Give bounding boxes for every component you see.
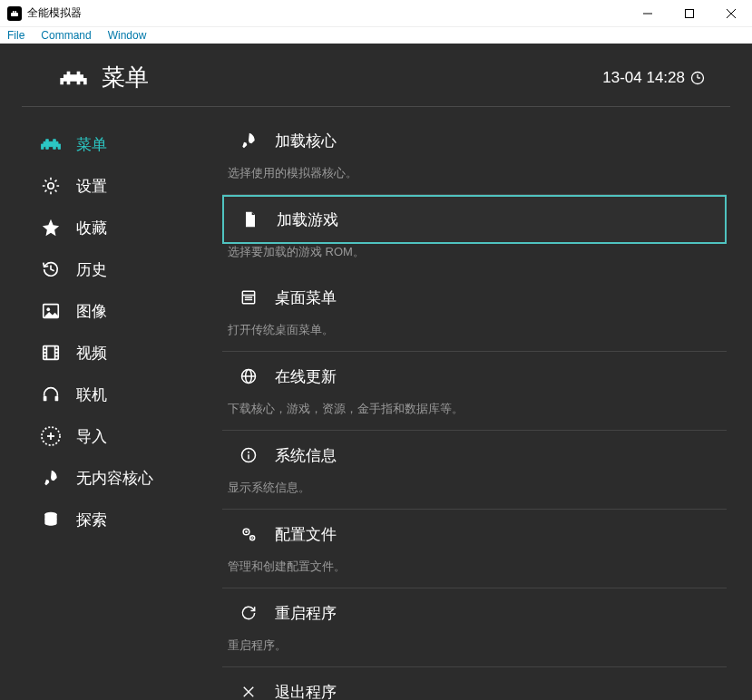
main-item-button[interactable]: 配置文件: [222, 510, 727, 559]
window-icon: [239, 287, 259, 307]
svg-rect-2: [15, 11, 17, 13]
main-item-label: 退出程序: [275, 682, 337, 701]
sidebar-item-3[interactable]: 历史: [40, 248, 213, 290]
svg-rect-23: [55, 396, 59, 402]
file-icon: [240, 209, 260, 229]
clock: 13-04 14:28: [602, 69, 705, 87]
sidebar-item-2[interactable]: 收藏: [40, 207, 213, 248]
info-icon: [239, 445, 259, 465]
film-icon: [40, 342, 62, 364]
app-icon: [7, 6, 22, 21]
maximize-button[interactable]: [669, 0, 710, 27]
svg-point-41: [251, 537, 253, 539]
sidebar-item-label: 历史: [76, 259, 107, 280]
main-item-button[interactable]: 重启程序: [222, 588, 727, 637]
main-item-6: 重启程序重启程序。: [222, 588, 727, 667]
sidebar-item-label: 视频: [76, 343, 107, 364]
sidebar: 菜单设置收藏历史图像视频联机导入无内容核心探索: [0, 107, 213, 700]
page-header: 菜单 13-04 14:28: [22, 44, 730, 107]
plus-icon: [40, 425, 62, 447]
sidebar-item-label: 导入: [76, 426, 107, 447]
invader-icon: [58, 67, 89, 89]
svg-point-10: [48, 183, 54, 189]
window-title: 全能模拟器: [27, 5, 82, 21]
main-item-desc: 管理和创建配置文件。: [222, 559, 727, 588]
svg-point-12: [46, 307, 50, 311]
close-window-button[interactable]: [710, 0, 752, 27]
sidebar-item-8[interactable]: 无内容核心: [40, 457, 213, 499]
menu-file[interactable]: File: [4, 27, 28, 44]
main-item-4: 系统信息显示系统信息。: [222, 431, 727, 510]
svg-point-36: [248, 452, 249, 453]
main-item-desc: 选择要加载的游戏 ROM。: [222, 244, 727, 273]
main-item-label: 加载游戏: [277, 209, 338, 230]
svg-rect-1: [13, 11, 15, 13]
main-item-button[interactable]: 加载核心: [222, 116, 727, 165]
invader-icon: [40, 133, 62, 155]
minimize-button[interactable]: [627, 0, 669, 27]
sidebar-item-label: 收藏: [76, 218, 107, 238]
menu-command[interactable]: Command: [37, 27, 94, 44]
main-item-button[interactable]: 系统信息: [222, 431, 727, 480]
sidebar-item-1[interactable]: 设置: [40, 165, 213, 207]
menu-window[interactable]: Window: [104, 27, 151, 44]
main-item-5: 配置文件管理和创建配置文件。: [222, 510, 727, 588]
main-item-desc: 显示系统信息。: [222, 480, 727, 509]
main-item-desc: 打开传统桌面菜单。: [222, 322, 727, 351]
star-icon: [40, 217, 62, 238]
main-item-button[interactable]: 加载游戏: [222, 195, 727, 244]
close-icon: [239, 682, 259, 700]
menubar: File Command Window: [0, 27, 752, 44]
svg-rect-22: [44, 396, 47, 402]
main-item-button[interactable]: 在线更新: [222, 352, 727, 401]
app: 菜单 13-04 14:28 菜单设置收藏历史图像视频联机导入无内容核心探索 加…: [0, 44, 752, 700]
svg-rect-4: [686, 9, 694, 17]
globe-icon: [239, 366, 259, 386]
sidebar-item-7[interactable]: 导入: [40, 415, 213, 457]
titlebar: 全能模拟器: [0, 0, 752, 27]
sidebar-item-label: 菜单: [76, 134, 107, 155]
main-item-label: 系统信息: [275, 445, 337, 466]
database-icon: [40, 509, 62, 530]
sidebar-item-5[interactable]: 视频: [40, 332, 213, 374]
main-item-label: 配置文件: [275, 524, 337, 545]
main-item-button[interactable]: 退出程序: [222, 667, 727, 700]
rocket-icon: [40, 467, 62, 489]
sidebar-item-label: 联机: [76, 384, 107, 405]
main-item-7: 退出程序: [222, 667, 727, 700]
main-item-label: 重启程序: [275, 603, 337, 624]
main-item-desc: 选择使用的模拟器核心。: [222, 165, 727, 194]
main-item-label: 加载核心: [275, 131, 337, 151]
main-item-3: 在线更新下载核心，游戏，资源，金手指和数据库等。: [222, 352, 727, 431]
main-item-label: 在线更新: [275, 366, 337, 387]
sidebar-item-0[interactable]: 菜单: [40, 123, 213, 165]
gear-icon: [40, 175, 62, 197]
headset-icon: [40, 384, 62, 405]
svg-rect-0: [11, 13, 18, 16]
main-item-button[interactable]: 桌面菜单: [222, 273, 727, 322]
sidebar-item-6[interactable]: 联机: [40, 374, 213, 415]
refresh-icon: [239, 603, 259, 623]
main-item-1: 加载游戏选择要加载的游戏 ROM。: [222, 195, 727, 273]
svg-point-39: [245, 530, 248, 533]
sidebar-item-label: 设置: [76, 176, 107, 197]
sidebar-item-label: 探索: [76, 510, 107, 530]
rocket-icon: [239, 131, 259, 151]
sidebar-item-label: 图像: [76, 301, 107, 322]
main-item-desc: 下载核心，游戏，资源，金手指和数据库等。: [222, 401, 727, 430]
main-item-label: 桌面菜单: [275, 287, 337, 308]
main-item-0: 加载核心选择使用的模拟器核心。: [222, 116, 727, 195]
sidebar-item-label: 无内容核心: [76, 468, 153, 489]
sidebar-item-4[interactable]: 图像: [40, 290, 213, 332]
main-item-desc: 重启程序。: [222, 637, 727, 666]
main-item-2: 桌面菜单打开传统桌面菜单。: [222, 273, 727, 352]
page-title: 菜单: [102, 62, 149, 93]
main-panel: 加载核心选择使用的模拟器核心。加载游戏选择要加载的游戏 ROM。桌面菜单打开传统…: [213, 107, 752, 700]
gears-icon: [239, 524, 259, 544]
image-icon: [40, 300, 62, 322]
history-icon: [40, 258, 62, 280]
sidebar-item-9[interactable]: 探索: [40, 499, 213, 540]
clock-text: 13-04 14:28: [602, 69, 685, 87]
